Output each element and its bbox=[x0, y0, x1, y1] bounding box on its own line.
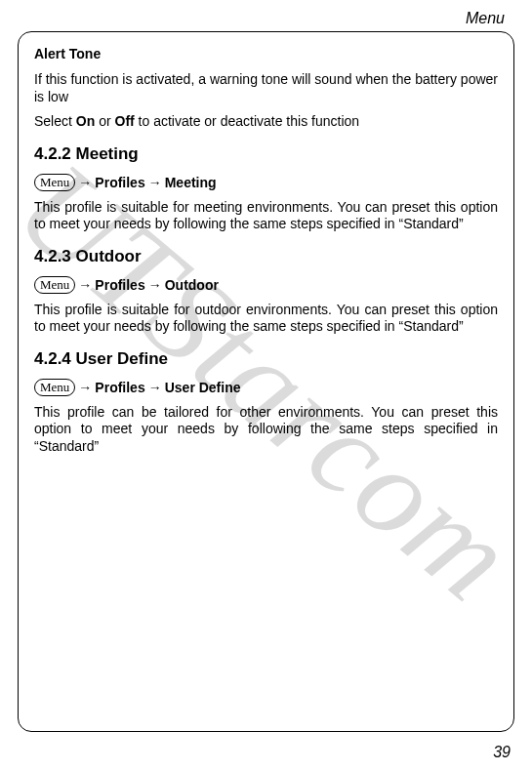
nav-profiles: Profiles bbox=[95, 380, 144, 395]
text-fragment: or bbox=[95, 113, 114, 129]
header-section-title: Menu bbox=[18, 8, 514, 31]
page-number: 39 bbox=[493, 744, 511, 761]
arrow-icon: → bbox=[147, 277, 163, 293]
section-424-heading: 4.2.4 User Define bbox=[34, 349, 498, 369]
section-423-body: This profile is suitable for outdoor env… bbox=[34, 302, 498, 336]
alert-tone-heading: Alert Tone bbox=[34, 46, 498, 61]
arrow-icon: → bbox=[147, 175, 163, 190]
text-fragment: Select bbox=[34, 113, 76, 129]
menu-button-icon: Menu bbox=[34, 276, 75, 294]
arrow-icon: → bbox=[147, 380, 163, 395]
content: Alert Tone If this function is activated… bbox=[34, 46, 498, 455]
alert-tone-paragraph-1: If this function is activated, a warning… bbox=[34, 71, 498, 105]
nav-profiles: Profiles bbox=[95, 175, 144, 190]
section-424-body: This profile can be tailored for other e… bbox=[34, 404, 498, 456]
section-424-navpath: Menu→Profiles→User Define bbox=[34, 379, 498, 396]
section-422-body: This profile is suitable for meeting env… bbox=[34, 199, 498, 233]
section-423-heading: 4.2.3 Outdoor bbox=[34, 247, 498, 266]
nav-outdoor: Outdoor bbox=[165, 277, 219, 293]
option-on: On bbox=[76, 113, 95, 129]
page: Menu UTStarcom Alert Tone If this functi… bbox=[0, 0, 532, 771]
arrow-icon: → bbox=[77, 380, 93, 395]
section-423-navpath: Menu→Profiles→Outdoor bbox=[34, 276, 498, 294]
menu-button-icon: Menu bbox=[34, 379, 75, 396]
alert-tone-paragraph-2: Select On or Off to activate or deactiva… bbox=[34, 113, 498, 131]
arrow-icon: → bbox=[77, 175, 93, 190]
nav-user-define: User Define bbox=[165, 380, 241, 395]
text-fragment: to activate or deactivate this function bbox=[135, 113, 359, 129]
menu-button-icon: Menu bbox=[34, 174, 75, 191]
section-422-heading: 4.2.2 Meeting bbox=[34, 144, 498, 164]
option-off: Off bbox=[115, 113, 135, 129]
nav-profiles: Profiles bbox=[95, 277, 144, 293]
nav-meeting: Meeting bbox=[165, 175, 217, 190]
arrow-icon: → bbox=[77, 277, 93, 293]
section-422-navpath: Menu→Profiles→Meeting bbox=[34, 174, 498, 191]
content-frame: UTStarcom Alert Tone If this function is… bbox=[18, 31, 514, 732]
